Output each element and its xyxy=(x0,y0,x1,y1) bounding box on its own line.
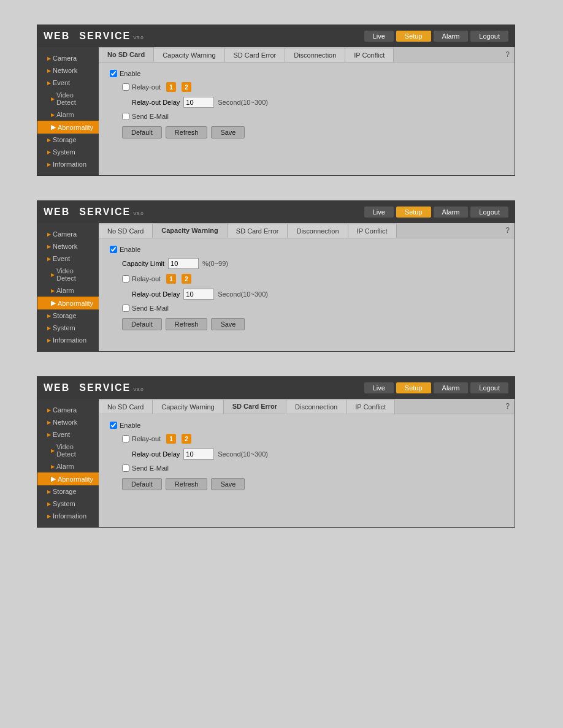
sidebar-camera-3[interactable]: ▶ Camera xyxy=(37,404,99,416)
nav-live-2[interactable]: Live xyxy=(364,207,394,218)
enable-text-2: Enable xyxy=(120,246,140,253)
nav-alarm-2[interactable]: Alarm xyxy=(434,207,469,218)
sidebar-alarm-1[interactable]: ▶ Alarm xyxy=(37,108,99,121)
relay-btn-2b[interactable]: 2 xyxy=(182,274,191,284)
tab-sdcerror-3[interactable]: SD Card Error xyxy=(224,399,286,414)
relaydelay-input-2[interactable] xyxy=(183,289,214,300)
relaydelay-input-3[interactable] xyxy=(183,449,214,460)
sidebar-system-3[interactable]: ▶ System xyxy=(37,498,99,510)
nav-alarm-3[interactable]: Alarm xyxy=(434,382,469,393)
sidebar-info-1[interactable]: ▶ Information xyxy=(37,158,99,170)
capacitylimit-input-2[interactable] xyxy=(168,258,199,269)
save-btn-3[interactable]: Save xyxy=(211,478,245,490)
refresh-btn-2[interactable]: Refresh xyxy=(166,318,208,330)
refresh-btn-1[interactable]: Refresh xyxy=(166,126,208,138)
enable-checkbox-1[interactable] xyxy=(110,70,117,77)
sidebar-alarm-3[interactable]: ▶ Alarm xyxy=(37,460,99,472)
arrow-icon: ▶ xyxy=(47,420,51,425)
relayout-checkbox-3[interactable] xyxy=(122,435,129,442)
form-2: Enable Capacity Limit %(0~99) Relay-out xyxy=(99,238,515,338)
help-icon-1[interactable]: ? xyxy=(500,48,515,61)
save-btn-2[interactable]: Save xyxy=(211,318,245,330)
tab-capacity-2[interactable]: Capacity Warning xyxy=(153,223,228,238)
nav-logout-3[interactable]: Logout xyxy=(470,382,508,393)
tab-disconnection-1[interactable]: Disconnection xyxy=(285,48,345,62)
enable-checkbox-2[interactable] xyxy=(110,246,117,253)
sidebar-camera-2[interactable]: ▶ Camera xyxy=(37,228,99,240)
enable-checkbox-3[interactable] xyxy=(110,422,117,429)
sidebar-storage-3[interactable]: ▶ Storage xyxy=(37,485,99,498)
sidebar-network-3[interactable]: ▶ Network xyxy=(37,416,99,428)
help-icon-3[interactable]: ? xyxy=(500,400,515,412)
tab-ipconflict-2[interactable]: IP Conflict xyxy=(348,224,397,238)
tab-capacity-1[interactable]: Capacity Warning xyxy=(154,48,224,62)
nav-live-1[interactable]: Live xyxy=(364,31,394,42)
arrow-icon: ▶ xyxy=(47,313,51,319)
sidebar-event-1[interactable]: ▶ Event xyxy=(37,77,99,89)
relay-btn-2[interactable]: 2 xyxy=(182,82,191,92)
sidebar-storage-1[interactable]: ▶ Storage xyxy=(37,134,99,146)
arrow-icon: ▶ xyxy=(47,489,51,495)
sidebar-info-3[interactable]: ▶ Information xyxy=(37,510,99,522)
sidebar-network-1[interactable]: ▶ Network xyxy=(37,64,99,77)
relayout-row-3: Relay-out 1 2 xyxy=(110,434,504,444)
sidebar-videodetect-1[interactable]: ▶ Video Detect xyxy=(37,89,99,108)
relayout-checkbox-2[interactable] xyxy=(122,275,129,282)
tab-ipconflict-1[interactable]: IP Conflict xyxy=(345,48,394,62)
tab-ipconflict-3[interactable]: IP Conflict xyxy=(347,400,395,414)
nav-logout-2[interactable]: Logout xyxy=(470,207,508,218)
refresh-btn-3[interactable]: Refresh xyxy=(166,478,208,490)
sendemail-checkbox-3[interactable] xyxy=(122,464,129,472)
sidebar-camera-1[interactable]: ▶ Camera xyxy=(37,52,99,64)
relaydelay-input-1[interactable] xyxy=(183,97,214,108)
relay-btn-2a[interactable]: 1 xyxy=(166,274,176,284)
relayout-checkbox-1[interactable] xyxy=(122,83,129,91)
sidebar-abnormality-3[interactable]: ▶ Abnormality xyxy=(37,472,99,485)
help-icon-2[interactable]: ? xyxy=(500,224,515,237)
tab-nosdcard-2[interactable]: No SD Card xyxy=(99,224,153,238)
sendemail-checkbox-1[interactable] xyxy=(122,113,129,120)
arrow-icon: ▶ xyxy=(51,123,56,131)
relayout-row-2: Relay-out 1 2 xyxy=(110,274,504,284)
tab-sdcerror-2[interactable]: SD Card Error xyxy=(228,224,288,238)
save-btn-1[interactable]: Save xyxy=(211,126,245,138)
default-btn-2[interactable]: Default xyxy=(122,318,162,330)
sidebar-alarm-2[interactable]: ▶ Alarm xyxy=(37,284,99,297)
enable-label-3: Enable xyxy=(110,422,140,429)
default-btn-1[interactable]: Default xyxy=(122,126,162,138)
relay-btn-3a[interactable]: 1 xyxy=(166,434,176,444)
sendemail-checkbox-2[interactable] xyxy=(122,305,129,312)
sidebar-system-2[interactable]: ▶ System xyxy=(37,322,99,334)
nav-setup-3[interactable]: Setup xyxy=(396,382,431,393)
tab-sdcerror-1[interactable]: SD Card Error xyxy=(225,48,286,62)
sidebar-system-1[interactable]: ▶ System xyxy=(37,146,99,158)
tab-nosdcard-3[interactable]: No SD Card xyxy=(99,400,153,414)
sidebar-info-2[interactable]: ▶ Information xyxy=(37,334,99,346)
tab-disconnection-3[interactable]: Disconnection xyxy=(286,400,347,414)
relay-btn-1[interactable]: 1 xyxy=(166,82,176,92)
default-btn-3[interactable]: Default xyxy=(122,478,162,490)
sidebar-event-2[interactable]: ▶ Event xyxy=(37,252,99,265)
sidebar-abnormality-2[interactable]: ▶ Abnormality xyxy=(37,297,99,309)
nav-setup-1[interactable]: Setup xyxy=(396,31,431,42)
nav-buttons-2: Live Setup Alarm Logout xyxy=(364,207,508,218)
nav-live-3[interactable]: Live xyxy=(364,382,394,393)
relay-btn-3b[interactable]: 2 xyxy=(182,434,191,444)
sidebar-videodetect-2[interactable]: ▶ Video Detect xyxy=(37,265,99,284)
arrow-icon: ▶ xyxy=(47,244,51,249)
sidebar-network-2[interactable]: ▶ Network xyxy=(37,240,99,252)
nav-logout-1[interactable]: Logout xyxy=(470,31,508,42)
content-1: No SD Card Capacity Warning SD Card Erro… xyxy=(99,47,515,175)
sendemail-row-3: Send E-Mail xyxy=(110,464,504,472)
tab-nosdcard-1[interactable]: No SD Card xyxy=(99,47,154,62)
tab-capacity-3[interactable]: Capacity Warning xyxy=(153,400,223,414)
sidebar-storage-2[interactable]: ▶ Storage xyxy=(37,309,99,322)
sidebar-event-3[interactable]: ▶ Event xyxy=(37,428,99,441)
nav-setup-2[interactable]: Setup xyxy=(396,207,431,218)
sidebar-videodetect-3[interactable]: ▶ Video Detect xyxy=(37,441,99,460)
nav-alarm-1[interactable]: Alarm xyxy=(434,31,469,42)
sidebar-abnormality-1[interactable]: ▶ Abnormality xyxy=(37,121,99,134)
tab-disconnection-2[interactable]: Disconnection xyxy=(288,224,348,238)
relayout-text-2: Relay-out xyxy=(132,275,161,282)
main-1: ▶ Camera ▶ Network ▶ Event ▶ Video Detec… xyxy=(37,47,515,175)
